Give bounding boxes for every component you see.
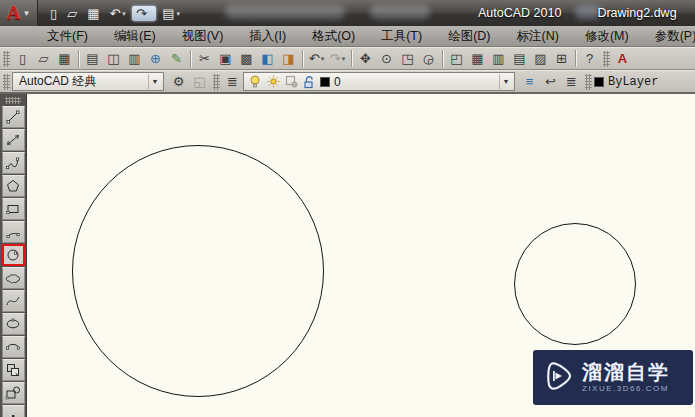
cut-button[interactable]: ✂ (194, 49, 215, 68)
layer-dropdown[interactable]: 0 ▼ (243, 72, 515, 91)
menu-dimension[interactable]: 标注(N) (504, 26, 572, 47)
my-workspace-button[interactable]: ◱ (189, 72, 210, 91)
toolbar-grip[interactable] (5, 97, 21, 104)
chevron-down-icon[interactable]: ▾ (321, 55, 325, 62)
block-editor-button[interactable]: ◨ (278, 49, 299, 68)
open-file-button[interactable]: ▱ (33, 49, 54, 68)
line-tool-button[interactable] (2, 106, 25, 128)
arc-icon (5, 224, 21, 240)
save-button[interactable]: ▦ (83, 6, 103, 21)
menu-draw[interactable]: 绘图(D) (435, 26, 503, 47)
rectangle-tool-button[interactable] (2, 198, 25, 220)
layer-thaw-sun-icon[interactable] (266, 75, 280, 89)
menu-file[interactable]: 文件(F) (34, 26, 101, 47)
help-button[interactable]: ? (579, 49, 600, 68)
make-block-tool-button[interactable] (2, 382, 25, 404)
layer-states-manager-button[interactable]: ≣ (561, 72, 582, 91)
workspace-dropdown[interactable]: AutoCAD 经典 ▼ (12, 72, 164, 91)
markup-edit-button[interactable]: ✎ (166, 49, 187, 68)
chevron-down-icon[interactable]: ▾ (177, 10, 181, 17)
make-object-layer-current-button[interactable]: ≡ (519, 72, 540, 91)
toolbar-grip[interactable] (213, 74, 220, 90)
layer-viewport-freeze-icon[interactable] (284, 75, 298, 89)
chevron-down-icon[interactable]: ▼ (499, 74, 512, 89)
toolbar-grip[interactable] (603, 51, 610, 67)
menu-edit[interactable]: 编辑(E) (101, 26, 169, 47)
window-title: AutoCAD 2010 Drawing2.dwg (478, 0, 677, 26)
publish-button[interactable]: ▥ (124, 49, 145, 68)
pan-hand-icon: ✥ (360, 52, 371, 65)
pan-button[interactable]: ✥ (355, 49, 376, 68)
chevron-down-icon[interactable]: ▼ (148, 74, 161, 89)
ellipse-tool-button[interactable] (2, 313, 25, 335)
save-button[interactable]: ▦ (54, 49, 75, 68)
revision-cloud-tool-button[interactable] (2, 267, 25, 289)
ellipse-arc-tool-button[interactable] (2, 336, 25, 358)
toolbar-grip[interactable] (3, 51, 10, 67)
undo-icon: ↶ (309, 52, 320, 65)
layer-on-bulb-icon[interactable] (248, 75, 262, 89)
tool-palettes-icon: ▥ (492, 52, 504, 65)
menu-modify[interactable]: 修改(M) (572, 26, 642, 47)
application-menu-button[interactable]: A ▼ (0, 0, 38, 26)
workspace-settings-button[interactable]: ⚙ (168, 72, 189, 91)
object-color-dropdown[interactable]: ByLayer (594, 75, 695, 89)
layer-unlock-icon[interactable] (302, 75, 316, 89)
layer-previous-button[interactable]: ↩ (540, 72, 561, 91)
sheet-set-manager-button[interactable]: ▤ (509, 49, 530, 68)
printer-icon: ▤ (86, 52, 98, 65)
chevron-down-icon[interactable]: ▾ (342, 55, 346, 62)
paste-button[interactable]: ▩ (236, 49, 257, 68)
small-circle-entity[interactable] (514, 223, 636, 345)
insert-block-tool-button[interactable] (2, 359, 25, 381)
drawing-canvas[interactable]: 溜溜自学 zixue.3d66.com (27, 94, 695, 417)
layer-properties-manager-button[interactable]: ≣ (222, 72, 243, 91)
redo-button[interactable]: ↷▾ (327, 49, 348, 68)
quick-calc-button[interactable]: ⊞ (551, 49, 572, 68)
plot-preview-button[interactable]: ◫ (103, 49, 124, 68)
open-file-button[interactable]: ▱ (63, 6, 81, 21)
menu-bar: 文件(F) 编辑(E) 视图(V) 插入(I) 格式(O) 工具(T) 绘图(D… (0, 26, 695, 47)
text-style-button[interactable]: A (612, 49, 633, 68)
menu-view[interactable]: 视图(V) (169, 26, 237, 47)
undo-button[interactable]: ↶▾ (306, 49, 327, 68)
standard-toolbar: ▯ ▱ ▦ ▤ ◫ ▥ ⊕ ✎ ✂ ▣ ▩ ◧ ◨ ↶▾ ↷▾ ✥ ⊙ ◳ ◶ … (0, 47, 695, 70)
markup-set-manager-button[interactable]: ▨ (530, 49, 551, 68)
polyline-tool-button[interactable] (2, 152, 25, 174)
copy-button[interactable]: ▣ (215, 49, 236, 68)
menu-tools[interactable]: 工具(T) (368, 26, 435, 47)
large-circle-entity[interactable] (72, 145, 324, 397)
tool-palettes-button[interactable]: ▥ (488, 49, 509, 68)
point-tool-button[interactable] (2, 405, 25, 417)
publish-to-web-button[interactable]: ⊕ (145, 49, 166, 68)
menu-insert[interactable]: 插入(I) (236, 26, 299, 47)
markup-set-icon: ▨ (534, 52, 546, 65)
plot-button[interactable]: ▤ (82, 49, 103, 68)
menu-format[interactable]: 格式(O) (299, 26, 368, 47)
chevron-down-icon[interactable]: ▾ (149, 10, 153, 17)
menu-parametric[interactable]: 参数(P) (642, 26, 695, 47)
toolbar-grip[interactable] (585, 74, 592, 90)
new-file-button[interactable]: ▯ (12, 49, 33, 68)
print-button[interactable]: ▤▾ (158, 6, 184, 21)
design-center-button[interactable]: ▦ (467, 49, 488, 68)
redo-button[interactable]: ↷▾ (132, 6, 156, 21)
play-logo-icon (543, 360, 573, 396)
zoom-previous-button[interactable]: ◶ (418, 49, 439, 68)
spline-tool-button[interactable] (2, 290, 25, 312)
polygon-tool-button[interactable] (2, 175, 25, 197)
undo-button[interactable]: ↶▾ (105, 6, 129, 21)
circle-tool-button[interactable] (2, 244, 25, 266)
properties-palette-button[interactable]: ◰ (446, 49, 467, 68)
chevron-down-icon[interactable]: ▾ (122, 10, 126, 17)
zoom-window-button[interactable]: ◳ (397, 49, 418, 68)
new-file-button[interactable]: ▯ (46, 6, 61, 21)
match-properties-button[interactable]: ◧ (257, 49, 278, 68)
construction-line-tool-button[interactable] (2, 129, 25, 151)
draw-toolbar (0, 94, 27, 417)
new-file-icon: ▯ (50, 7, 57, 20)
zoom-realtime-button[interactable]: ⊙ (376, 49, 397, 68)
toolbar-grip[interactable] (3, 74, 10, 90)
arc-tool-button[interactable] (2, 221, 25, 243)
properties-icon: ◰ (450, 52, 462, 65)
